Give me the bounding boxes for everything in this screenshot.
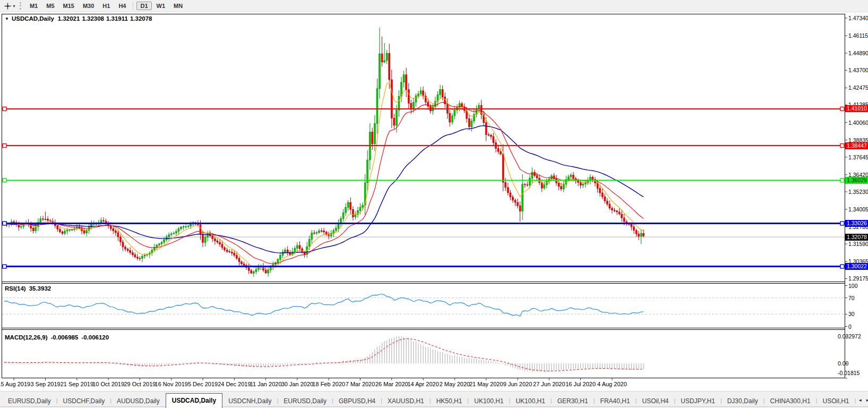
chart-tab-fra40-h1[interactable]: FRA40,H1 xyxy=(596,395,635,408)
tab-separator: | xyxy=(854,397,856,404)
mt4-terminal: ▼ M1M5M15M30H1H4D1W1MN ▼ USDCAD,Daily 1.… xyxy=(0,0,868,408)
timeframe-toolbar: ▼ M1M5M15M30H1H4D1W1MN xyxy=(0,0,868,12)
candles xyxy=(4,28,644,277)
timeframe-button-d1[interactable]: D1 xyxy=(136,2,151,10)
bar-high: 1.32308 xyxy=(82,15,104,22)
horizontal-level-line[interactable] xyxy=(2,265,845,268)
chart-tab-usdcad-daily[interactable]: USDCAD,Daily xyxy=(166,393,222,408)
rsi-value: 35.3932 xyxy=(29,285,51,292)
chart-tab-eurusd-daily[interactable]: EURUSD,Daily xyxy=(3,395,56,408)
bar-open: 1.32021 xyxy=(58,15,80,22)
chart-tabs: EURUSD,Daily|USDCHF,Daily|AUDUSD,DailyUS… xyxy=(3,393,868,408)
bar-close: 1.32078 xyxy=(130,15,152,22)
chart-tab-ger30-h1[interactable]: GER30,H1 xyxy=(553,395,593,408)
ma-fast-line[interactable] xyxy=(4,82,643,269)
timeframe-button-m1[interactable]: M1 xyxy=(26,2,41,10)
timeframe-button-mn[interactable]: MN xyxy=(170,2,186,10)
horizontal-level-line[interactable] xyxy=(2,178,845,182)
chart-tab-bar: EURUSD,Daily|USDCHF,Daily|AUDUSD,DailyUS… xyxy=(0,391,868,408)
timeframe-buttons: M1M5M15M30H1H4D1W1MN xyxy=(25,2,187,10)
collapse-triangle-icon[interactable]: ▼ xyxy=(5,15,9,22)
chart-tab-usoil-h4[interactable]: USOil,H4 xyxy=(637,395,673,408)
chart-tab-audusd-daily[interactable]: AUDUSD,Daily xyxy=(112,395,165,408)
horizontal-level-line[interactable] xyxy=(2,144,845,148)
timeframe-button-m5[interactable]: M5 xyxy=(42,2,58,10)
window-border xyxy=(2,14,845,378)
macd-label: MACD(12,26,9) -0.006985 -0.006120 xyxy=(5,334,109,341)
chart-tab-usdjpy-h1[interactable]: USDJPY,H1 xyxy=(676,395,719,408)
macd-name: MACD(12,26,9) xyxy=(5,334,48,341)
horizontal-level-line[interactable] xyxy=(2,222,845,225)
chart-tab-uk100-h1[interactable]: UK100,H1 xyxy=(469,395,508,408)
timeframe-button-m15[interactable]: M15 xyxy=(59,2,78,10)
price-axis-ticks xyxy=(845,18,847,378)
crosshair-tool-icon[interactable] xyxy=(3,2,12,10)
chart-graphics xyxy=(0,0,868,408)
chart-tab-gbpusd-h4[interactable]: GBPUSD,H4 xyxy=(334,395,380,408)
toolbar-grip xyxy=(20,2,21,10)
horizontal-level-line[interactable] xyxy=(2,107,845,110)
chart-tab-dj30-daily[interactable]: DJ30,Daily xyxy=(723,395,763,408)
tabs-scroll-left-icon[interactable]: ◄ xyxy=(858,398,862,403)
dropdown-caret-icon[interactable]: ▼ xyxy=(12,4,16,8)
date-axis-ticks xyxy=(14,378,612,380)
macd-value: -0.006985 xyxy=(51,334,79,341)
chart-tab-usdchf-daily[interactable]: USDCHF,Daily xyxy=(58,395,110,408)
chart-tab-usoil-h1[interactable]: USOil,H1 xyxy=(818,395,854,408)
tabs-scroll-right-icon[interactable]: ► xyxy=(865,398,868,403)
rsi-line xyxy=(4,294,643,317)
timeframe-button-w1[interactable]: W1 xyxy=(153,2,169,10)
macd-signal-line xyxy=(4,339,643,371)
chart-tab-eurusd-daily[interactable]: EURUSD,Daily xyxy=(279,395,331,408)
chart-tab-uk100-h1[interactable]: UK100,H1 xyxy=(511,395,549,408)
chart-tab-hk50-h1[interactable]: HK50,H1 xyxy=(432,395,467,408)
chart-tab-usdcnh-daily[interactable]: USDCNH,Daily xyxy=(224,395,276,408)
rsi-label: RSI(14) 35.3932 xyxy=(5,285,51,292)
bar-low: 1.31911 xyxy=(106,15,128,22)
rsi-name: RSI(14) xyxy=(5,285,26,292)
timeframe-button-h1[interactable]: H1 xyxy=(99,2,114,10)
chart-title: ▼ USDCAD,Daily 1.32021 1.32308 1.31911 1… xyxy=(5,15,152,22)
macd-signal-value: -0.006120 xyxy=(81,334,109,341)
timeframe-button-m30[interactable]: M30 xyxy=(79,2,98,10)
macd-histogram xyxy=(4,336,643,372)
chart-symbol-period: USDCAD,Daily xyxy=(12,15,54,22)
timeframe-button-h4[interactable]: H4 xyxy=(115,2,130,10)
chart-tab-china300-h1[interactable]: CHINA300,H1 xyxy=(766,395,815,408)
toolbar-separator xyxy=(133,2,133,10)
chart-tab-xauusd-h1[interactable]: XAUUSD,H1 xyxy=(383,395,429,408)
